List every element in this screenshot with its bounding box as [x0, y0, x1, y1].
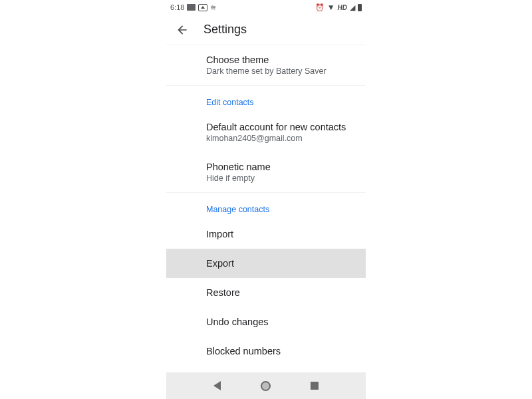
- export-item[interactable]: Export: [166, 249, 366, 278]
- hd-icon: HD: [338, 4, 347, 11]
- casting-icon: ≋: [210, 3, 216, 12]
- choose-theme-subtitle: Dark theme set by Battery Saver: [206, 66, 355, 76]
- status-left: 6:18 ≋: [170, 3, 216, 12]
- arrow-back-icon: [176, 23, 189, 37]
- battery-icon: [358, 4, 362, 11]
- status-right: ⏰ ▼ HD ◢: [315, 3, 362, 12]
- status-time: 6:18: [170, 3, 184, 11]
- nav-home-button[interactable]: [259, 378, 273, 393]
- phonetic-name-value: Hide if empty: [206, 174, 355, 183]
- import-label: Import: [206, 229, 355, 239]
- signal-icon: ◢: [350, 3, 355, 12]
- alarm-icon: ⏰: [315, 3, 325, 12]
- blocked-numbers-label: Blocked numbers: [206, 346, 355, 356]
- undo-changes-item[interactable]: Undo changes: [166, 307, 366, 336]
- nav-back-button[interactable]: [210, 378, 225, 393]
- status-bar: 6:18 ≋ ⏰ ▼ HD ◢: [166, 0, 366, 15]
- app-bar: Settings: [166, 15, 366, 45]
- phonetic-name-label: Phonetic name: [206, 162, 355, 172]
- picture-icon: [198, 4, 207, 11]
- square-recent-icon: [311, 382, 319, 390]
- phone-frame: 6:18 ≋ ⏰ ▼ HD ◢ Settings Choose theme Da…: [166, 0, 366, 399]
- triangle-back-icon: [213, 381, 221, 390]
- back-button[interactable]: [174, 22, 190, 38]
- circle-home-icon: [261, 381, 271, 391]
- default-account-item[interactable]: Default account for new contacts klmohan…: [166, 112, 366, 152]
- default-account-label: Default account for new contacts: [206, 122, 355, 132]
- choose-theme-label: Choose theme: [206, 55, 355, 65]
- page-title: Settings: [203, 23, 247, 37]
- import-item[interactable]: Import: [166, 219, 366, 249]
- default-account-value: klmohan2405@gmail.com: [206, 134, 355, 143]
- undo-changes-label: Undo changes: [206, 317, 355, 327]
- navigation-bar: [166, 372, 366, 399]
- choose-theme-item[interactable]: Choose theme Dark theme set by Battery S…: [166, 45, 366, 85]
- restore-label: Restore: [206, 287, 355, 298]
- export-label: Export: [206, 258, 355, 269]
- manage-contacts-header: Manage contacts: [166, 193, 366, 219]
- wifi-icon: ▼: [327, 3, 335, 12]
- blocked-numbers-item[interactable]: Blocked numbers: [166, 336, 366, 366]
- phonetic-name-item[interactable]: Phonetic name Hide if empty: [166, 152, 366, 192]
- nav-recent-button[interactable]: [307, 378, 322, 393]
- settings-content: Choose theme Dark theme set by Battery S…: [166, 45, 366, 366]
- edit-contacts-header: Edit contacts: [166, 86, 366, 112]
- status-indicator-icon: [187, 4, 196, 11]
- restore-item[interactable]: Restore: [166, 278, 366, 307]
